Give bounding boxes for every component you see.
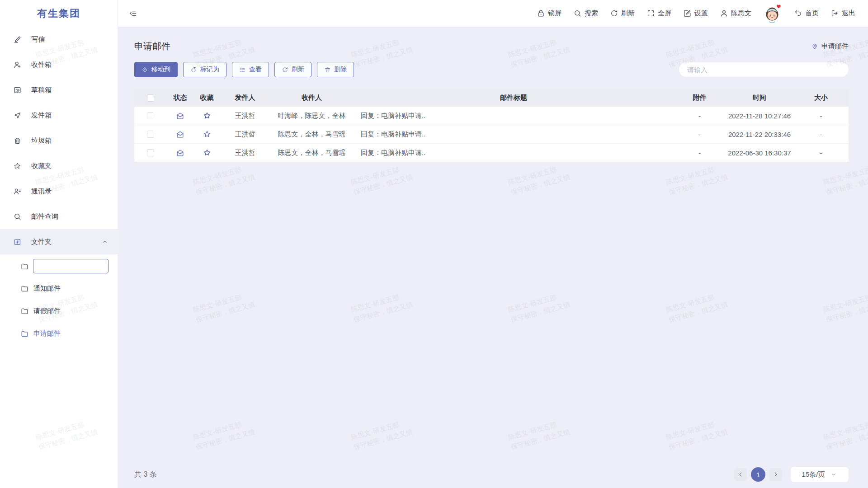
mark-as-label: 标记为 xyxy=(200,66,219,74)
row-checkbox[interactable] xyxy=(147,112,154,119)
header-status: 状态 xyxy=(167,94,193,102)
move-to-button[interactable]: 移动到 xyxy=(134,62,178,77)
location-pin-icon xyxy=(811,42,818,50)
sidebar-item-folders[interactable]: 文件夹 xyxy=(0,229,118,254)
draft-icon xyxy=(13,86,22,94)
lock-screen-label: 锁屏 xyxy=(548,9,561,18)
sidebar-item-mail-search[interactable]: 邮件查询 xyxy=(0,204,118,229)
folder-list: 通知邮件 请假邮件 申请邮件 xyxy=(0,277,118,345)
subject-cell[interactable]: 回复：电脑补贴申请.. xyxy=(354,112,674,120)
pencil-icon xyxy=(13,35,22,44)
chevron-up-icon[interactable] xyxy=(101,238,108,245)
mail-read-icon xyxy=(176,149,184,157)
page-number[interactable]: 1 xyxy=(751,467,765,482)
favorite-star-icon[interactable] xyxy=(203,148,212,157)
inbox-icon xyxy=(13,61,22,69)
folder-item-label: 通知邮件 xyxy=(33,284,61,293)
header-size: 大小 xyxy=(793,94,849,102)
row-checkbox[interactable] xyxy=(147,131,154,138)
size-cell: - xyxy=(793,149,849,157)
folder-item-leave[interactable]: 请假邮件 xyxy=(0,300,118,322)
star-icon xyxy=(13,162,22,170)
refresh-icon xyxy=(610,9,618,18)
trash-icon xyxy=(13,136,22,145)
size-cell: - xyxy=(793,112,849,120)
sidebar-item-label: 收件箱 xyxy=(31,61,52,69)
sidebar: 有生集团 写信 收件箱 草稿箱 发件箱 垃圾箱 收藏夹 通讯录 邮件查询 文件夹… xyxy=(0,0,118,488)
fullscreen-button[interactable]: 全屏 xyxy=(646,9,671,18)
sidebar-item-trash[interactable]: 垃圾箱 xyxy=(0,128,118,153)
delete-button[interactable]: 删除 xyxy=(317,62,354,77)
search-icon xyxy=(13,212,22,221)
favorite-star-icon[interactable] xyxy=(203,111,212,120)
attachment-cell: - xyxy=(674,149,726,157)
sidebar-item-favorites[interactable]: 收藏夹 xyxy=(0,153,118,178)
search-button[interactable]: 搜索 xyxy=(573,9,598,18)
folder-item-notice[interactable]: 通知邮件 xyxy=(0,277,118,300)
refresh-list-button[interactable]: 刷新 xyxy=(274,62,311,77)
select-all-checkbox[interactable] xyxy=(147,94,154,102)
subject-cell[interactable]: 回复：电脑补贴申请.. xyxy=(354,149,674,157)
chevron-right-icon xyxy=(772,471,779,478)
page-size-value: 15条/页 xyxy=(802,470,825,479)
refresh-button[interactable]: 刷新 xyxy=(610,9,635,18)
lock-icon xyxy=(537,9,545,18)
sidebar-item-drafts[interactable]: 草稿箱 xyxy=(0,77,118,103)
logout-button[interactable]: 退出 xyxy=(830,9,855,18)
folder-item-apply[interactable]: 申请邮件 xyxy=(0,322,118,345)
collapse-menu-icon xyxy=(129,9,137,18)
mail-read-icon xyxy=(176,112,184,120)
paper-plane-icon xyxy=(13,111,22,120)
view-label: 查看 xyxy=(249,66,262,74)
new-folder-input[interactable] xyxy=(33,259,108,273)
favorite-star-icon[interactable] xyxy=(203,130,212,139)
mail-read-icon xyxy=(176,130,184,139)
row-checkbox[interactable] xyxy=(147,149,154,156)
sidebar-item-inbox[interactable]: 收件箱 xyxy=(0,52,118,77)
page-title: 申请邮件 xyxy=(134,40,170,52)
folder-icon xyxy=(20,262,29,271)
avatar[interactable] xyxy=(763,4,782,23)
mail-row[interactable]: 王洪哲陈思文，全林，马雪瑶回复：电脑补贴申请..-2022-11-22 20:3… xyxy=(134,125,849,144)
next-page-button[interactable] xyxy=(769,468,782,481)
mail-row[interactable]: 王洪哲叶海峰，陈思文，全林回复：电脑补贴申请..-2022-11-28 10:2… xyxy=(134,107,849,125)
sidebar-item-compose[interactable]: 写信 xyxy=(0,27,118,52)
mail-table-body: 王洪哲叶海峰，陈思文，全林回复：电脑补贴申请..-2022-11-28 10:2… xyxy=(134,107,849,162)
prev-page-button[interactable] xyxy=(734,468,747,481)
subject-cell[interactable]: 回复：电脑补贴申请.. xyxy=(354,130,674,139)
brand-logo: 有生集团 xyxy=(0,0,118,27)
pagination: 1 15条/页 xyxy=(734,467,849,482)
undo-arrow-icon xyxy=(794,9,802,18)
move-icon xyxy=(142,66,148,73)
sender-cell: 王洪哲 xyxy=(220,130,270,139)
time-cell: 2022-11-22 20:33:46 xyxy=(726,131,793,138)
page-size-select[interactable]: 15条/页 xyxy=(791,467,849,482)
folder-item-label: 请假邮件 xyxy=(33,307,61,315)
settings-button[interactable]: 设置 xyxy=(683,9,708,18)
sidebar-item-contacts[interactable]: 通讯录 xyxy=(0,178,118,204)
toolbar: 移动到 标记为 查看 刷新 删除 xyxy=(134,62,849,77)
size-cell: - xyxy=(793,131,849,138)
folder-icon xyxy=(20,307,29,315)
current-user[interactable]: 陈思文 xyxy=(720,9,751,18)
attachment-cell: - xyxy=(674,131,726,138)
sidebar-item-sent[interactable]: 发件箱 xyxy=(0,103,118,128)
lock-screen-button[interactable]: 锁屏 xyxy=(537,9,561,18)
sidebar-menu: 写信 收件箱 草稿箱 发件箱 垃圾箱 收藏夹 通讯录 邮件查询 xyxy=(0,27,118,229)
sidebar-collapse-button[interactable] xyxy=(129,9,137,18)
sidebar-item-label: 通讯录 xyxy=(31,187,52,196)
folders-label: 文件夹 xyxy=(31,238,52,246)
sidebar-item-label: 发件箱 xyxy=(31,111,52,120)
view-button[interactable]: 查看 xyxy=(232,62,269,77)
mail-row[interactable]: 王洪哲陈思文，全林，马雪瑶回复：电脑补贴申请..-2022-06-30 16:3… xyxy=(134,144,849,162)
sidebar-item-label: 收藏夹 xyxy=(31,162,52,170)
header-favorite: 收藏 xyxy=(193,94,220,102)
time-cell: 2022-11-28 10:27:46 xyxy=(726,112,793,120)
mark-as-button[interactable]: 标记为 xyxy=(183,62,226,77)
recipients-cell: 叶海峰，陈思文，全林 xyxy=(270,112,354,120)
home-button[interactable]: 首页 xyxy=(794,9,819,18)
filter-input[interactable] xyxy=(679,62,849,77)
user-name-label: 陈思文 xyxy=(731,9,751,18)
refresh-list-label: 刷新 xyxy=(292,66,304,74)
chevron-left-icon xyxy=(737,471,744,478)
